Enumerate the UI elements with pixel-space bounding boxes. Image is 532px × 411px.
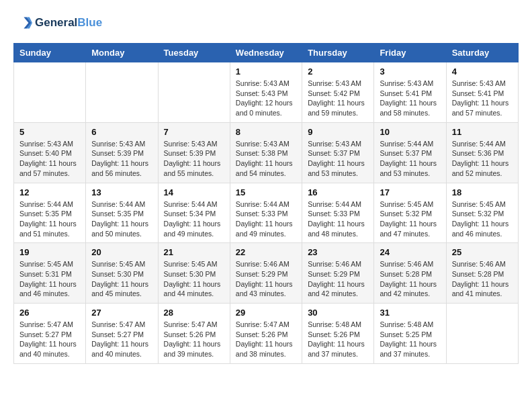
- day-number: 2: [308, 66, 368, 77]
- calendar-cell: 5Sunrise: 5:43 AM Sunset: 5:40 PM Daylig…: [14, 122, 86, 183]
- calendar-cell: [446, 304, 518, 364]
- calendar-cell: 2Sunrise: 5:43 AM Sunset: 5:42 PM Daylig…: [302, 62, 374, 123]
- day-number: 8: [236, 127, 296, 137]
- day-info: Sunrise: 5:43 AM Sunset: 5:41 PM Dayligh…: [452, 79, 513, 118]
- calendar-cell: 4Sunrise: 5:43 AM Sunset: 5:41 PM Daylig…: [446, 62, 518, 123]
- day-number: 21: [164, 247, 224, 257]
- day-number: 22: [236, 247, 296, 257]
- logo-icon: [13, 13, 32, 32]
- day-info: Sunrise: 5:45 AM Sunset: 5:32 PM Dayligh…: [380, 199, 440, 239]
- weekday-header-sunday: Sunday: [14, 44, 86, 62]
- calendar-week-3: 12Sunrise: 5:44 AM Sunset: 5:35 PM Dayli…: [14, 183, 519, 243]
- day-info: Sunrise: 5:48 AM Sunset: 5:25 PM Dayligh…: [380, 320, 440, 359]
- day-number: 11: [452, 127, 513, 137]
- day-number: 28: [164, 308, 224, 318]
- calendar-cell: 25Sunrise: 5:46 AM Sunset: 5:28 PM Dayli…: [446, 243, 518, 304]
- calendar-cell: 18Sunrise: 5:45 AM Sunset: 5:32 PM Dayli…: [446, 183, 518, 243]
- calendar-week-2: 5Sunrise: 5:43 AM Sunset: 5:40 PM Daylig…: [14, 122, 519, 183]
- calendar-cell: 12Sunrise: 5:44 AM Sunset: 5:35 PM Dayli…: [14, 183, 86, 243]
- calendar-cell: [14, 62, 86, 123]
- day-info: Sunrise: 5:47 AM Sunset: 5:27 PM Dayligh…: [19, 320, 80, 359]
- day-info: Sunrise: 5:44 AM Sunset: 5:36 PM Dayligh…: [452, 139, 513, 179]
- day-info: Sunrise: 5:45 AM Sunset: 5:30 PM Dayligh…: [91, 259, 152, 299]
- day-number: 9: [308, 127, 368, 137]
- logo: GeneralBlue: [13, 13, 102, 32]
- day-number: 31: [380, 308, 440, 318]
- calendar-cell: 16Sunrise: 5:44 AM Sunset: 5:33 PM Dayli…: [302, 183, 374, 243]
- calendar-cell: 26Sunrise: 5:47 AM Sunset: 5:27 PM Dayli…: [14, 304, 86, 364]
- calendar-table: SundayMondayTuesdayWednesdayThursdayFrid…: [13, 43, 519, 364]
- day-info: Sunrise: 5:47 AM Sunset: 5:26 PM Dayligh…: [164, 320, 224, 359]
- day-info: Sunrise: 5:44 AM Sunset: 5:33 PM Dayligh…: [308, 199, 368, 239]
- day-info: Sunrise: 5:43 AM Sunset: 5:39 PM Dayligh…: [164, 139, 224, 179]
- weekday-header-saturday: Saturday: [446, 44, 518, 62]
- calendar-cell: 23Sunrise: 5:46 AM Sunset: 5:29 PM Dayli…: [302, 243, 374, 304]
- day-number: 15: [236, 187, 296, 197]
- day-info: Sunrise: 5:46 AM Sunset: 5:29 PM Dayligh…: [308, 259, 368, 299]
- calendar-cell: 6Sunrise: 5:43 AM Sunset: 5:39 PM Daylig…: [86, 122, 158, 183]
- day-info: Sunrise: 5:44 AM Sunset: 5:33 PM Dayligh…: [236, 199, 296, 239]
- day-info: Sunrise: 5:47 AM Sunset: 5:27 PM Dayligh…: [91, 320, 152, 359]
- day-number: 24: [380, 247, 440, 257]
- calendar-cell: 19Sunrise: 5:45 AM Sunset: 5:31 PM Dayli…: [14, 243, 86, 304]
- day-info: Sunrise: 5:46 AM Sunset: 5:29 PM Dayligh…: [236, 259, 296, 299]
- day-info: Sunrise: 5:43 AM Sunset: 5:37 PM Dayligh…: [308, 139, 368, 179]
- day-number: 27: [91, 308, 152, 318]
- day-info: Sunrise: 5:46 AM Sunset: 5:28 PM Dayligh…: [452, 259, 513, 299]
- day-number: 19: [19, 247, 80, 257]
- calendar-cell: 11Sunrise: 5:44 AM Sunset: 5:36 PM Dayli…: [446, 122, 518, 183]
- day-number: 29: [236, 308, 296, 318]
- day-info: Sunrise: 5:44 AM Sunset: 5:37 PM Dayligh…: [380, 139, 440, 179]
- day-number: 1: [236, 66, 296, 77]
- day-info: Sunrise: 5:43 AM Sunset: 5:42 PM Dayligh…: [308, 79, 368, 118]
- day-info: Sunrise: 5:48 AM Sunset: 5:26 PM Dayligh…: [308, 320, 368, 359]
- calendar-cell: 27Sunrise: 5:47 AM Sunset: 5:27 PM Dayli…: [86, 304, 158, 364]
- calendar-cell: [86, 62, 158, 123]
- calendar-cell: 13Sunrise: 5:44 AM Sunset: 5:35 PM Dayli…: [86, 183, 158, 243]
- day-info: Sunrise: 5:43 AM Sunset: 5:40 PM Dayligh…: [19, 139, 80, 179]
- calendar-cell: 31Sunrise: 5:48 AM Sunset: 5:25 PM Dayli…: [374, 304, 446, 364]
- day-number: 12: [19, 187, 80, 197]
- day-info: Sunrise: 5:43 AM Sunset: 5:39 PM Dayligh…: [91, 139, 152, 179]
- day-number: 23: [308, 247, 368, 257]
- weekday-header-friday: Friday: [374, 44, 446, 62]
- calendar-cell: 15Sunrise: 5:44 AM Sunset: 5:33 PM Dayli…: [230, 183, 302, 243]
- day-info: Sunrise: 5:47 AM Sunset: 5:26 PM Dayligh…: [236, 320, 296, 359]
- day-info: Sunrise: 5:44 AM Sunset: 5:34 PM Dayligh…: [164, 199, 224, 239]
- day-info: Sunrise: 5:44 AM Sunset: 5:35 PM Dayligh…: [91, 199, 152, 239]
- calendar-cell: 7Sunrise: 5:43 AM Sunset: 5:39 PM Daylig…: [158, 122, 230, 183]
- weekday-header-tuesday: Tuesday: [158, 44, 230, 62]
- page-header: GeneralBlue: [13, 13, 519, 32]
- weekday-header-thursday: Thursday: [302, 44, 374, 62]
- calendar-cell: 21Sunrise: 5:45 AM Sunset: 5:30 PM Dayli…: [158, 243, 230, 304]
- calendar-cell: 20Sunrise: 5:45 AM Sunset: 5:30 PM Dayli…: [86, 243, 158, 304]
- day-info: Sunrise: 5:44 AM Sunset: 5:35 PM Dayligh…: [19, 199, 80, 239]
- day-number: 7: [164, 127, 224, 137]
- day-info: Sunrise: 5:43 AM Sunset: 5:41 PM Dayligh…: [380, 79, 440, 118]
- calendar-cell: 28Sunrise: 5:47 AM Sunset: 5:26 PM Dayli…: [158, 304, 230, 364]
- calendar-cell: 14Sunrise: 5:44 AM Sunset: 5:34 PM Dayli…: [158, 183, 230, 243]
- day-info: Sunrise: 5:45 AM Sunset: 5:30 PM Dayligh…: [164, 259, 224, 299]
- calendar-cell: [158, 62, 230, 123]
- day-number: 3: [380, 66, 440, 77]
- day-number: 25: [452, 247, 513, 257]
- day-number: 5: [19, 127, 80, 137]
- logo-text: GeneralBlue: [35, 16, 102, 30]
- day-number: 10: [380, 127, 440, 137]
- calendar-cell: 24Sunrise: 5:46 AM Sunset: 5:28 PM Dayli…: [374, 243, 446, 304]
- calendar-week-4: 19Sunrise: 5:45 AM Sunset: 5:31 PM Dayli…: [14, 243, 519, 304]
- day-number: 6: [91, 127, 152, 137]
- calendar-cell: 3Sunrise: 5:43 AM Sunset: 5:41 PM Daylig…: [374, 62, 446, 123]
- weekday-header-wednesday: Wednesday: [230, 44, 302, 62]
- calendar-cell: 8Sunrise: 5:43 AM Sunset: 5:38 PM Daylig…: [230, 122, 302, 183]
- day-info: Sunrise: 5:45 AM Sunset: 5:32 PM Dayligh…: [452, 199, 513, 239]
- day-number: 16: [308, 187, 368, 197]
- day-number: 17: [380, 187, 440, 197]
- calendar-cell: 9Sunrise: 5:43 AM Sunset: 5:37 PM Daylig…: [302, 122, 374, 183]
- calendar-week-1: 1Sunrise: 5:43 AM Sunset: 5:43 PM Daylig…: [14, 62, 519, 123]
- calendar-header: SundayMondayTuesdayWednesdayThursdayFrid…: [14, 44, 519, 62]
- calendar-cell: 29Sunrise: 5:47 AM Sunset: 5:26 PM Dayli…: [230, 304, 302, 364]
- calendar-cell: 30Sunrise: 5:48 AM Sunset: 5:26 PM Dayli…: [302, 304, 374, 364]
- day-number: 18: [452, 187, 513, 197]
- day-info: Sunrise: 5:43 AM Sunset: 5:43 PM Dayligh…: [236, 79, 296, 118]
